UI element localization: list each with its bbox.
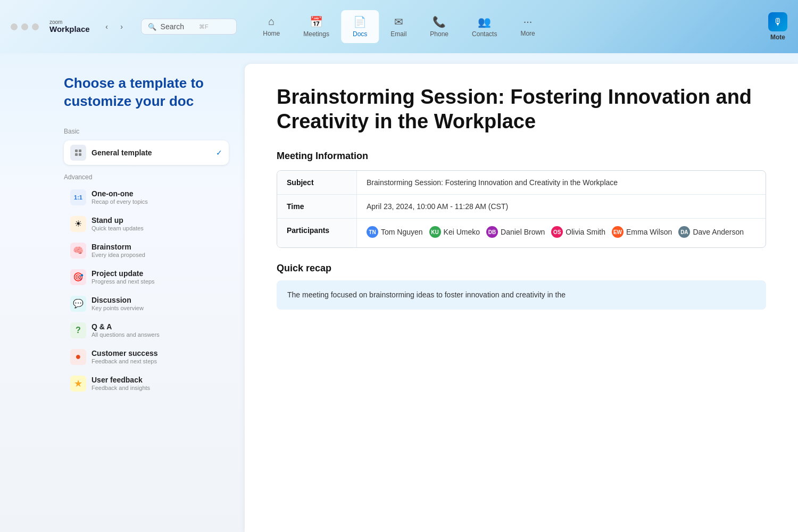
template-item-one-on-one[interactable]: 1:1 One-on-one Recap of every topics [64,185,229,210]
one-on-one-name: One-on-one [92,189,222,198]
participants-label: Participants [277,219,357,247]
project-update-icon: 🎯 [70,269,86,285]
titlebar: zoom Workplace ‹ › 🔍 Search ⌘F ⌂ Home 📅 … [0,0,798,53]
tab-more[interactable]: ··· More [509,10,546,43]
user-feedback-icon: ★ [70,376,86,392]
participant-olivia: OS Olivia Smith [551,226,605,238]
svg-rect-3 [79,153,81,156]
main-content: Choose a template to customize your doc … [0,53,798,532]
participant-emma-name: Emma Wilson [626,228,672,236]
table-row-time: Time April 23, 2024, 10:00 AM - 11:28 AM… [277,195,766,219]
project-update-info: Project update Progress and next steps [92,269,222,285]
titlebar-right: 🎙 Mote [768,12,787,41]
qa-name: Q & A [92,322,222,331]
tab-meetings[interactable]: 📅 Meetings [292,10,341,43]
avatar-daniel: DB [486,226,498,238]
one-on-one-desc: Recap of every topics [92,198,222,205]
table-row-participants: Participants TN Tom Nguyen KU Kei Umeko … [277,219,766,247]
window-maximize-btn[interactable] [32,23,39,30]
tab-docs[interactable]: 📄 Docs [341,10,379,43]
search-bar[interactable]: 🔍 Search ⌘F [141,19,237,35]
user-feedback-info: User feedback Feedback and insights [92,376,222,391]
participant-daniel-name: Daniel Brown [501,228,545,236]
avatar-tom: TN [367,226,378,238]
window-close-btn[interactable] [11,23,18,30]
zoom-brand: zoom Workplace [49,19,90,34]
meeting-info-heading: Meeting Information [277,151,766,162]
page-title: Choose a template to customize your doc [64,74,229,111]
qa-icon: ? [70,322,86,338]
general-template-check: ✓ [216,148,222,157]
template-item-qa[interactable]: ? Q & A All questions and answers [64,318,229,343]
participant-dave-name: Dave Anderson [693,228,744,236]
phone-icon: 📞 [433,15,446,28]
template-item-discussion[interactable]: 💬 Discussion Key points overview [64,292,229,316]
home-icon: ⌂ [268,15,275,28]
sidebar: Choose a template to customize your doc … [0,53,245,532]
window-controls [11,23,39,30]
tab-email-label: Email [390,30,406,38]
search-icon: 🔍 [148,23,156,31]
nav-tabs: ⌂ Home 📅 Meetings 📄 Docs ✉ Email 📞 Phone… [251,10,546,43]
customer-success-icon: ● [70,349,86,365]
template-item-project-update[interactable]: 🎯 Project update Progress and next steps [64,265,229,289]
meetings-icon: 📅 [310,15,323,28]
mote-icon: 🎙 [768,12,787,31]
template-item-standup[interactable]: ☀ Stand up Quick team updates [64,212,229,236]
general-template-name: General template [92,148,211,157]
svg-rect-0 [75,149,78,152]
avatar-dave: DA [678,226,690,238]
time-value: April 23, 2024, 10:00 AM - 11:28 AM (CST… [357,195,766,218]
mote-button[interactable]: 🎙 Mote [768,12,787,41]
subject-label: Subject [277,171,357,194]
participant-tom: TN Tom Nguyen [367,226,423,238]
tab-more-label: More [520,30,535,37]
standup-name: Stand up [92,216,222,225]
template-item-user-feedback[interactable]: ★ User feedback Feedback and insights [64,371,229,396]
tab-home[interactable]: ⌂ Home [251,10,292,43]
tab-meetings-label: Meetings [303,30,329,38]
doc-title: Brainstorming Session: Fostering Innovat… [277,85,766,134]
recap-box: The meeting focused on brainstorming ide… [277,280,766,309]
general-template-icon [70,145,86,161]
back-arrow[interactable]: ‹ [101,20,113,33]
search-placeholder: Search [161,22,184,31]
time-label: Time [277,195,357,218]
tab-contacts[interactable]: 👥 Contacts [460,10,509,43]
svg-rect-2 [75,153,78,156]
participants-list: TN Tom Nguyen KU Kei Umeko DB Daniel Bro… [367,226,756,240]
customer-success-info: Customer success Feedback and next steps [92,349,222,364]
avatar-olivia: OS [551,226,563,238]
tab-phone[interactable]: 📞 Phone [418,10,460,43]
window-minimize-btn[interactable] [21,23,28,30]
template-item-brainstorm[interactable]: 🧠 Brainstorm Every idea proposed [64,238,229,263]
participant-emma: EW Emma Wilson [612,226,672,238]
template-item-general[interactable]: General template ✓ [64,140,229,165]
basic-section-label: Basic [64,128,229,135]
tab-contacts-label: Contacts [472,30,497,38]
project-update-desc: Progress and next steps [92,278,222,285]
one-on-one-icon: 1:1 [70,189,86,205]
tab-email[interactable]: ✉ Email [379,10,418,43]
customer-success-name: Customer success [92,349,222,358]
tab-phone-label: Phone [430,30,448,38]
contacts-icon: 👥 [478,15,491,28]
qa-desc: All questions and answers [92,331,222,338]
user-feedback-desc: Feedback and insights [92,385,222,391]
svg-rect-1 [79,149,81,152]
participant-tom-name: Tom Nguyen [381,228,423,236]
brainstorm-icon: 🧠 [70,243,86,259]
discussion-info: Discussion Key points overview [92,296,222,311]
standup-icon: ☀ [70,216,86,232]
subject-value: Brainstorming Session: Fostering Innovat… [357,171,766,194]
standup-desc: Quick team updates [92,225,222,231]
participant-olivia-name: Olivia Smith [566,228,605,236]
forward-arrow[interactable]: › [115,20,128,33]
standup-info: Stand up Quick team updates [92,216,222,231]
quick-recap-heading: Quick recap [277,263,766,274]
discussion-icon: 💬 [70,296,86,312]
advanced-section-label: Advanced [64,173,229,181]
avatar-emma: EW [612,226,624,238]
template-item-customer-success[interactable]: ● Customer success Feedback and next ste… [64,345,229,369]
more-icon: ··· [523,15,533,28]
